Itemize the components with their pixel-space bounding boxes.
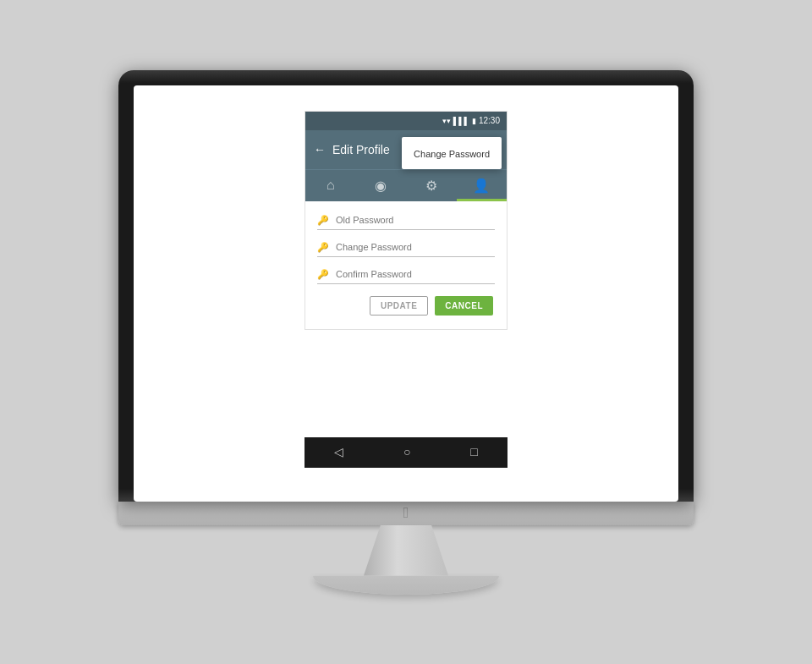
buttons-row: UPDATE CANCEL xyxy=(317,296,495,316)
key-icon-2: 🔑 xyxy=(317,242,329,253)
wifi-icon: ▾▾ xyxy=(442,117,451,125)
dropdown-label: Change Password xyxy=(414,149,490,159)
settings-icon: ⚙ xyxy=(425,178,437,194)
tab-home[interactable]: ⌂ xyxy=(305,170,356,201)
update-button[interactable]: UPDATE xyxy=(370,296,428,316)
users-icon: 👤 xyxy=(473,178,490,194)
back-arrow-icon[interactable]: ← xyxy=(314,143,326,156)
imac-computer: ▾▾ ▌▌▌ ▮ 12:30 ← Edit Profile Change Pas… xyxy=(118,70,694,595)
tab-settings[interactable]: ⚙ xyxy=(406,170,457,201)
change-password-input[interactable] xyxy=(336,242,495,252)
old-password-field: 🔑 xyxy=(317,215,495,230)
cancel-button[interactable]: CANCEL xyxy=(435,296,493,316)
confirm-password-input[interactable] xyxy=(336,269,495,279)
confirm-password-field: 🔑 xyxy=(317,269,495,284)
status-bar: ▾▾ ▌▌▌ ▮ 12:30 xyxy=(305,112,507,130)
key-icon-1: 🔑 xyxy=(317,215,329,226)
signal-icon: ▌▌▌ xyxy=(453,117,469,125)
key-icon-3: 🔑 xyxy=(317,269,329,280)
app-toolbar: ← Edit Profile Change Password xyxy=(305,130,507,169)
apple-logo-icon:  xyxy=(403,504,409,522)
profile-icon: ◉ xyxy=(375,178,387,194)
old-password-input[interactable] xyxy=(336,215,495,225)
form-area: 🔑 🔑 🔑 UPDATE CANCEL xyxy=(305,201,507,329)
tab-bar: ⌂ ◉ ⚙ 👤 xyxy=(305,169,507,201)
imac-chin:  xyxy=(118,502,694,525)
imac-stand-base xyxy=(313,576,499,595)
tab-users[interactable]: 👤 xyxy=(457,170,508,201)
battery-icon: ▮ xyxy=(472,117,476,125)
phone-screen: ▾▾ ▌▌▌ ▮ 12:30 ← Edit Profile Change Pas… xyxy=(304,111,508,330)
tab-profile[interactable]: ◉ xyxy=(356,170,407,201)
home-icon: ⌂ xyxy=(326,178,335,193)
imac-screen: ▾▾ ▌▌▌ ▮ 12:30 ← Edit Profile Change Pas… xyxy=(134,85,678,502)
nav-back-button[interactable]: ◁ xyxy=(334,445,343,459)
status-icons: ▾▾ ▌▌▌ ▮ 12:30 xyxy=(442,116,500,125)
imac-stand-neck xyxy=(364,525,448,576)
change-password-field: 🔑 xyxy=(317,242,495,257)
status-time: 12:30 xyxy=(479,116,500,125)
android-nav-bar: ◁ ○ □ xyxy=(304,437,508,468)
imac-screen-shell: ▾▾ ▌▌▌ ▮ 12:30 ← Edit Profile Change Pas… xyxy=(118,70,694,502)
nav-recent-button[interactable]: □ xyxy=(470,446,477,459)
nav-home-button[interactable]: ○ xyxy=(403,446,410,459)
change-password-dropdown[interactable]: Change Password xyxy=(402,137,502,169)
